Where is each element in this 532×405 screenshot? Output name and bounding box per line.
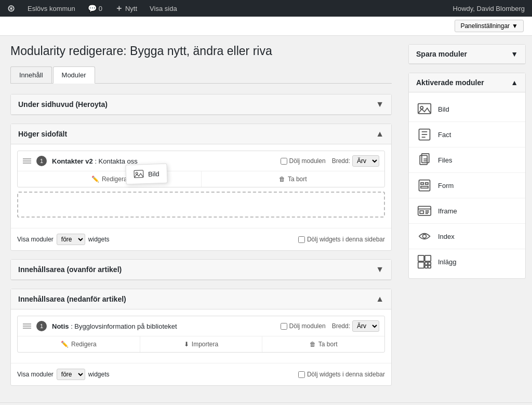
- inlagg-label: Inlägg: [438, 258, 456, 266]
- hide-module-checkbox[interactable]: [281, 158, 287, 165]
- svg-rect-10: [419, 180, 430, 191]
- module-row-top: 1 Kontakter v2 : Kontakta oss Dölj modul…: [18, 151, 384, 171]
- svg-rect-11: [421, 183, 423, 185]
- bredd-select-notis[interactable]: Ärv Full Half: [352, 320, 379, 332]
- section-nedanfor-body: 1 Notis : Bygglovsinformation på bibliot…: [11, 309, 391, 363]
- spara-moduler-label: Spara moduler: [416, 50, 467, 58]
- index-icon: [416, 228, 433, 245]
- visa-moduler-select[interactable]: före efter: [57, 234, 85, 245]
- section-innehallsarea-ovanfor-toggle: ▼: [376, 265, 384, 274]
- dolj-widgets-nedanfor-label[interactable]: Dölj widgets i denna sidebar: [298, 371, 385, 378]
- drag-handle[interactable]: [23, 158, 31, 164]
- widgets-nedanfor-label: widgets: [88, 371, 110, 378]
- section-hoger-sidofalt-header[interactable]: Höger sidofält ▲: [11, 124, 391, 144]
- dolj-widgets-nedanfor-text: Dölj widgets i denna sidebar: [307, 371, 385, 378]
- tab-moduler[interactable]: Moduler: [53, 66, 95, 84]
- redigera-button[interactable]: ✏️ Redigera: [18, 171, 202, 187]
- importera-button[interactable]: ⬇ Importera: [140, 336, 263, 352]
- module-list-item-files[interactable]: Files: [409, 147, 525, 173]
- section-hoger-sidofalt: Höger sidofält ▲ 1 Kontakter v2 : Kontak…: [10, 124, 392, 251]
- aktiverade-moduler-header[interactable]: Aktiverade moduler ▲: [409, 73, 525, 92]
- fact-label: Fact: [438, 131, 451, 139]
- section-innehallsarea-ovanfor-header[interactable]: Innehållsarea (ovanför artikel) ▼: [11, 260, 391, 280]
- importera-label: Importera: [192, 341, 218, 348]
- site-name-label: Eslövs kommun: [28, 5, 75, 12]
- section-innehallsarea-nedanfor-title: Innehållsarea (nedanför artikel): [18, 295, 126, 303]
- module-name-notis-subtitle: : Bygglovsinformation på biblioteket: [71, 322, 177, 330]
- files-icon: [416, 152, 433, 168]
- spara-moduler-toggle-icon: ▼: [511, 50, 518, 58]
- module-row-notis: 1 Notis : Bygglovsinformation på bibliot…: [17, 316, 385, 353]
- widgets-label: widgets: [88, 236, 110, 243]
- howdy-item[interactable]: Howdy, David Blomberg: [450, 0, 528, 17]
- section-under-sidhuvud-header[interactable]: Under sidhuvud (Heroyta) ▼: [11, 95, 391, 115]
- inlagg-icon: [416, 253, 433, 270]
- spara-moduler-header[interactable]: Spara moduler ▼: [409, 45, 525, 64]
- module-row-kontakter: 1 Kontakter v2 : Kontakta oss Dölj modul…: [17, 151, 385, 187]
- download-icon: ⬇: [184, 341, 189, 348]
- comments-item[interactable]: 💬 0: [85, 0, 105, 17]
- ta-bort-notis-button[interactable]: 🗑 Ta bort: [262, 336, 384, 352]
- panel-settings-button[interactable]: Panelinställningar ▼: [455, 20, 524, 32]
- drop-zone: [17, 192, 385, 218]
- view-label: Visa sida: [150, 5, 177, 12]
- iframe-icon: [416, 203, 433, 219]
- module-list-item-inlagg[interactable]: Inlägg: [409, 249, 525, 274]
- panel-settings-bar: Panelinställningar ▼: [0, 17, 532, 36]
- redigera-notis-button[interactable]: ✏️ Redigera: [18, 336, 140, 352]
- tabs: Innehåll Moduler: [10, 66, 392, 84]
- section-innehallsarea-nedanfor-header[interactable]: Innehållsarea (nedanför artikel) ▲: [11, 289, 391, 309]
- ta-bort-button[interactable]: 🗑 Ta bort: [202, 171, 385, 187]
- bredd-text: Bredd:: [332, 157, 350, 165]
- section-innehallsarea-nedanfor-toggle: ▲: [376, 294, 384, 304]
- bild-label: Bild: [438, 105, 449, 113]
- visa-moduler-nedanfor: Visa moduler före efter widgets: [17, 369, 110, 380]
- tab-innehall[interactable]: Innehåll: [10, 66, 52, 83]
- drag-handle-notis[interactable]: [23, 323, 31, 329]
- bild-icon: [416, 101, 433, 117]
- howdy-label: Howdy, David Blomberg: [453, 5, 525, 12]
- module-list-item-form[interactable]: Form: [409, 173, 525, 198]
- module-controls-notis: Dölj modulen Bredd: Ärv Full Half: [281, 320, 379, 332]
- section-hoger-sidofalt-toggle: ▲: [376, 129, 384, 139]
- pencil-notis-icon: ✏️: [61, 341, 69, 348]
- module-list-item-fact[interactable]: Fact: [409, 122, 525, 147]
- section-hoger-sidofalt-body: 1 Kontakter v2 : Kontakta oss Dölj modul…: [11, 144, 391, 228]
- bredd-label: Bredd: Ärv Full Half: [332, 155, 379, 167]
- view-site-item[interactable]: Visa sida: [147, 0, 180, 17]
- hide-module-label[interactable]: Dölj modulen: [281, 157, 326, 165]
- bredd-select[interactable]: Ärv Full Half: [352, 155, 379, 167]
- module-name-notis: Notis : Bygglovsinformation på bibliotek…: [52, 322, 275, 330]
- svg-rect-24: [425, 262, 428, 265]
- wp-logo-item[interactable]: ⊛: [4, 0, 18, 17]
- module-list-item-bild[interactable]: Bild: [409, 97, 525, 122]
- panel-settings-chevron-icon: ▼: [512, 22, 518, 30]
- aktiverade-moduler-panel: Aktiverade moduler ▲ Bild: [408, 73, 526, 279]
- dolj-widgets-checkbox[interactable]: [298, 236, 305, 243]
- svg-rect-22: [425, 255, 431, 261]
- section-under-sidhuvud-toggle: ▼: [376, 100, 384, 109]
- visa-moduler-nedanfor-select[interactable]: före efter: [57, 369, 85, 380]
- section-innehallsarea-ovanfor: Innehållsarea (ovanför artikel) ▼: [10, 259, 392, 280]
- svg-rect-26: [425, 265, 428, 268]
- index-label: Index: [438, 233, 455, 240]
- site-name-item[interactable]: Eslövs kommun: [24, 0, 78, 17]
- module-list-item-iframe[interactable]: Iframe: [409, 198, 525, 224]
- module-name-bold: Kontakter v2: [52, 157, 93, 165]
- hide-module-notis-label[interactable]: Dölj modulen: [281, 322, 326, 330]
- page-title: Modularity redigerare: Bygga nytt, ändra…: [10, 44, 392, 58]
- dolj-widgets-nedanfor-checkbox[interactable]: [298, 371, 305, 378]
- svg-rect-13: [421, 186, 428, 188]
- form-label: Form: [438, 182, 454, 190]
- visa-moduler-label: Visa moduler: [17, 236, 54, 243]
- dolj-widgets-label[interactable]: Dölj widgets i denna sidebar: [298, 236, 385, 243]
- ta-bort-notis-label: Ta bort: [318, 341, 338, 348]
- module-list-item-index[interactable]: Index: [409, 224, 525, 249]
- tab-moduler-label: Moduler: [62, 71, 86, 79]
- svg-rect-25: [428, 262, 431, 265]
- hide-module-notis-checkbox[interactable]: [281, 323, 287, 330]
- module-list: Bild Fact: [409, 92, 525, 278]
- section-hoger-footer: Visa moduler före efter widgets Dölj wid…: [11, 228, 391, 250]
- hide-module-text: Dölj modulen: [289, 157, 326, 165]
- new-item[interactable]: ＋ Nytt: [112, 0, 140, 17]
